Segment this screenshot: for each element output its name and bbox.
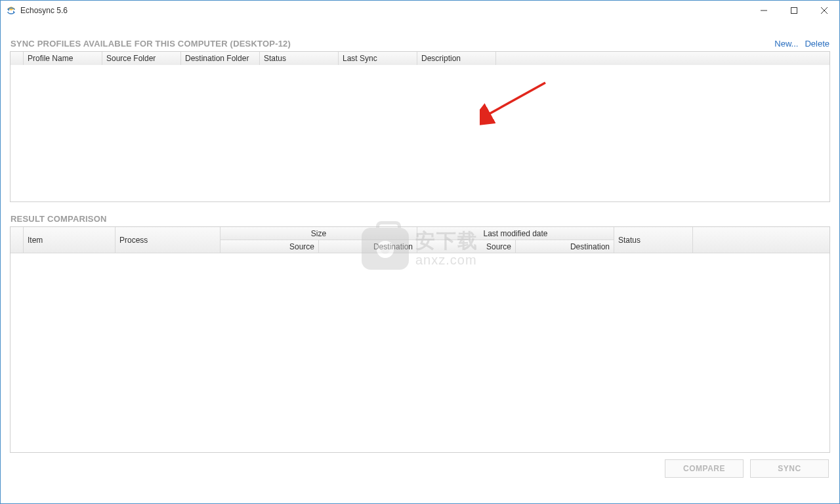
maximize-button[interactable]	[779, 1, 809, 20]
profiles-header-row: SYNC PROFILES AVAILABLE FOR THIS COMPUTE…	[10, 39, 830, 49]
window-controls	[749, 1, 839, 20]
delete-profile-link[interactable]: Delete	[805, 39, 830, 49]
rcol-corner[interactable]	[10, 227, 24, 253]
rcol-process[interactable]: Process	[116, 227, 220, 253]
rcol-size-source[interactable]: Source	[220, 240, 319, 253]
col-filler	[496, 52, 830, 65]
svg-rect-3	[791, 8, 797, 14]
rcol-item[interactable]: Item	[24, 227, 116, 253]
col-source-folder[interactable]: Source Folder	[102, 52, 181, 65]
results-grid-body[interactable]	[10, 253, 830, 452]
results-header-row: RESULT COMPARISON	[10, 214, 830, 224]
rcol-status[interactable]: Status	[614, 227, 693, 253]
content-area: SYNC PROFILES AVAILABLE FOR THIS COMPUTE…	[1, 20, 839, 503]
col-status[interactable]: Status	[260, 52, 339, 65]
app-window: Echosync 5.6 SYNC PROFILES AVAILABLE FOR…	[0, 0, 840, 504]
col-destination-folder[interactable]: Destination Folder	[181, 52, 260, 65]
rcol-date-source[interactable]: Source	[417, 240, 516, 253]
footer-actions: COMPARE SYNC	[10, 453, 830, 478]
col-last-sync[interactable]: Last Sync	[339, 52, 417, 65]
profiles-header-links: New... Delete	[774, 39, 830, 49]
profiles-columns-row: Profile Name Source Folder Destination F…	[10, 52, 830, 65]
rcol-date-group[interactable]: Last modified date	[417, 227, 614, 240]
col-description[interactable]: Description	[417, 52, 496, 65]
profiles-grid[interactable]: Profile Name Source Folder Destination F…	[10, 51, 830, 202]
compare-button[interactable]: COMPARE	[665, 459, 744, 478]
results-columns: Item Process Size Source Destination Las…	[10, 227, 830, 253]
new-profile-link[interactable]: New...	[774, 39, 798, 49]
app-icon	[6, 5, 16, 16]
window-title: Echosync 5.6	[20, 6, 68, 15]
profiles-section-title: SYNC PROFILES AVAILABLE FOR THIS COMPUTE…	[10, 39, 291, 49]
close-button[interactable]	[809, 1, 839, 20]
titlebar: Echosync 5.6	[1, 1, 839, 20]
col-profile-name[interactable]: Profile Name	[24, 52, 102, 65]
minimize-button[interactable]	[749, 1, 779, 20]
results-section-title: RESULT COMPARISON	[10, 214, 107, 224]
rcol-size-group[interactable]: Size	[220, 227, 417, 240]
profiles-grid-body[interactable]	[10, 65, 830, 201]
col-corner[interactable]	[10, 52, 24, 65]
results-grid[interactable]: Item Process Size Source Destination Las…	[10, 226, 830, 453]
rcol-filler	[693, 227, 830, 253]
sync-button[interactable]: SYNC	[750, 459, 829, 478]
rcol-size-destination[interactable]: Destination	[319, 240, 417, 253]
rcol-date-destination[interactable]: Destination	[516, 240, 614, 253]
